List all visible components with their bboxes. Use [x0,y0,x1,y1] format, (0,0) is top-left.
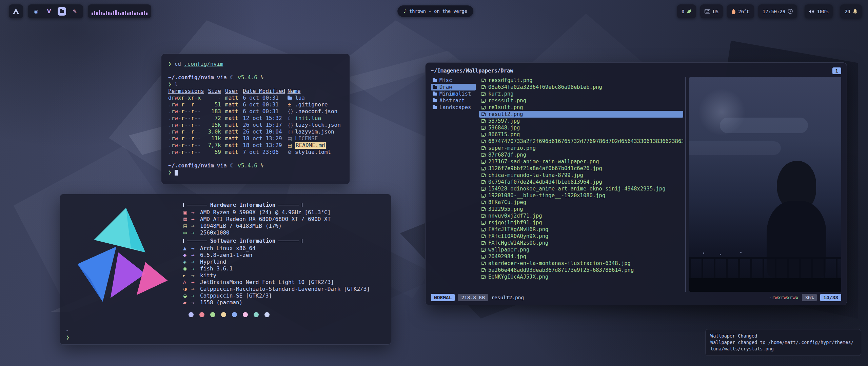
visualizer-bar [118,12,119,15]
file-item[interactable]: re1sult.png [479,104,683,111]
file-item[interactable]: 20492984.jpg [479,253,683,260]
visualizer-bar [125,11,126,15]
doc-icon: ▤ [288,142,292,149]
theme-info-row: ◑→Catppuccin-Macchiato-Standard-Lavender… [183,286,373,292]
volume-module[interactable]: 100% [805,4,833,18]
image-preview [689,77,841,292]
icons-icon: ◒ [183,292,191,299]
notification-toast[interactable]: Wallpaper Changed Wallpaper changed to /… [705,329,861,356]
folder-item-misc[interactable]: Misc [431,77,476,84]
ls-file-row: .rw-r--r--72matt12 oct 15:32☾init.lua [168,115,343,122]
file-manager-window[interactable]: ~/Imagenes/Wallpapers/Draw 1 MiscDrawMin… [425,62,847,305]
file-item[interactable]: rsjqojlmjhf91.jpg [479,219,683,226]
git-icon: ± [288,101,292,108]
file-item[interactable]: result2.png [479,111,683,118]
file-item[interactable]: 587597.jpg [479,118,683,124]
file-size-badge: 218.8 KB [458,294,488,301]
file-item[interactable]: chica-mirando-la-luna-8799.jpg [479,172,683,179]
file-item[interactable]: 3122955.png [479,206,683,212]
font-info-row: A→JetBrainsMono Nerd Font Light 10 [GTK2… [183,279,373,286]
system-info-window[interactable]: Hardware Information ▣→AMD Ryzen 9 5900X… [60,194,391,345]
file-item[interactable]: FXfcJlTXgAMvH6R.png [479,226,683,233]
command: l [175,81,178,88]
file-item[interactable]: 596848.jpg [479,124,683,131]
workspace-files[interactable] [58,7,66,16]
media-player-pill[interactable]: ♪ thrown - on the verge [397,5,473,17]
file-item[interactable]: 19201080-__blue-tinge__-1920×1080.jpg [479,192,683,199]
prompt-path: ~/.config/nvim [168,74,214,81]
gear-icon: ⚙ [288,149,292,156]
parent-folder-list: MiscDrawMinimalistAbstractLandscapes [431,77,476,292]
workspaces: ◉V✎ [28,4,83,18]
lua-moon-icon: ☾ [230,162,235,169]
palette-dot [243,312,248,317]
file-list: ressdfgult.png08a634fa02a32364f69ebc86a9… [479,77,683,292]
folder-item-minimalist[interactable]: Minimalist [431,90,476,97]
folder-item-landscapes[interactable]: Landscapes [431,104,476,111]
folder-icon [433,106,437,109]
fetch-shell-prompt[interactable]: ~ ❯ [66,327,70,341]
file-item[interactable]: 87r687df.png [479,151,683,158]
folder-item-draw[interactable]: Draw [431,84,476,90]
terminal-window[interactable]: ❯cd.config/nvim ~/.config/nvimvia☾v5.4.6… [161,54,350,184]
ls-table-rows: drwxr-xr-x-matt6 oct 00:31lua.rw-r--r--5… [168,95,343,156]
launcher-button[interactable] [9,4,23,18]
tab-badge[interactable]: 1 [832,67,841,74]
icons-value: Catppuccin-SE [GTK2/3] [200,292,272,299]
file-item[interactable]: nnvuv0xj2df71.jpg [479,212,683,219]
updates-module[interactable]: 0 [677,4,696,18]
speaker-icon [809,9,814,14]
file-item[interactable]: 5a266e448add93deab367d87173e9f25-6837886… [479,267,683,273]
file-item[interactable]: ressdfgult.png [479,77,683,84]
file-item[interactable]: 3126f7e9bbf21a8a4af0b67b041c6e26.jpg [479,165,683,172]
file-name: lua [295,95,305,101]
notification-title: Wallpaper Changed [710,333,856,339]
now-playing-title: thrown - on the verge [409,8,467,14]
doc-icon: ▤ [288,135,292,142]
visualizer-bar [120,13,121,15]
file-item[interactable]: atardecer-en-la-montanas-ilustracion-634… [479,260,683,267]
gpu-icon: ▦ [183,216,191,223]
gpu-info-row: ▦→AMD ATI Radeon RX 6800/6800 XT / 6900 … [183,216,373,223]
clock-module[interactable]: 17:50:29 [758,4,797,18]
file-item[interactable]: 217167-sad-anime-rain-wallpaper.png [479,158,683,165]
file-item[interactable]: wallpaper.png [479,246,683,253]
temperature-module[interactable]: 26°C [727,4,754,18]
file-item[interactable]: 8FKa7Cu.jpeg [479,199,683,206]
workspace-code[interactable]: V [45,7,53,16]
visualizer-bar [94,11,95,15]
file-item[interactable]: 866715.png [479,131,683,138]
file-manager-header: ~/Imagenes/Wallpapers/Draw 1 [431,67,841,75]
notifications-module[interactable]: 24 [840,4,862,18]
file-item[interactable]: FXfcII0X0AQyn9X.png [479,233,683,240]
file-item[interactable]: super-mario.png [479,145,683,151]
file-item[interactable]: 08a634fa02a32364f69ebc86a98eb1eb.png [479,84,683,90]
folder-item-abstract[interactable]: Abstract [431,97,476,104]
preview-cloud [720,118,808,133]
file-item[interactable]: kurz.png [479,90,683,97]
ls-file-row: .rw-r--r--51matt6 oct 00:31±.gitignore [168,101,343,108]
json-icon: {} [288,122,294,128]
image-icon [481,99,486,103]
current-prompt[interactable]: ❯ [168,169,343,176]
audio-visualizer [88,4,151,18]
home-path: ~ [66,327,70,334]
folder-icon [433,79,437,82]
file-item[interactable]: 0c794faf07de24a4db4d4fb1eb813964.jpg [479,179,683,185]
file-item[interactable]: FXfcHgcWIAMzs0G.png [479,240,683,246]
image-icon [481,85,486,89]
file-item[interactable]: 68747470733a2f2f696d616765732d7769786d70… [479,138,683,145]
keyboard-layout-module[interactable]: US [700,4,723,18]
file-item[interactable]: EeNKYgIUcAAJ5JX.png [479,273,683,280]
workspace-browser[interactable]: ◉ [32,7,40,16]
resolution-icon: ▭ [183,229,191,236]
image-icon [481,180,486,184]
workspace-design[interactable]: ✎ [71,7,79,16]
image-icon [481,160,486,164]
hardware-section-header: Hardware Information [183,202,302,208]
palette-dot [189,312,194,317]
file-item[interactable]: resssult.png [479,97,683,104]
preview-floor [689,278,841,292]
file-name: lazyvim.json [295,128,334,135]
file-item[interactable]: 154928-odinokoe_anime-art-anime-okno-sin… [479,185,683,192]
